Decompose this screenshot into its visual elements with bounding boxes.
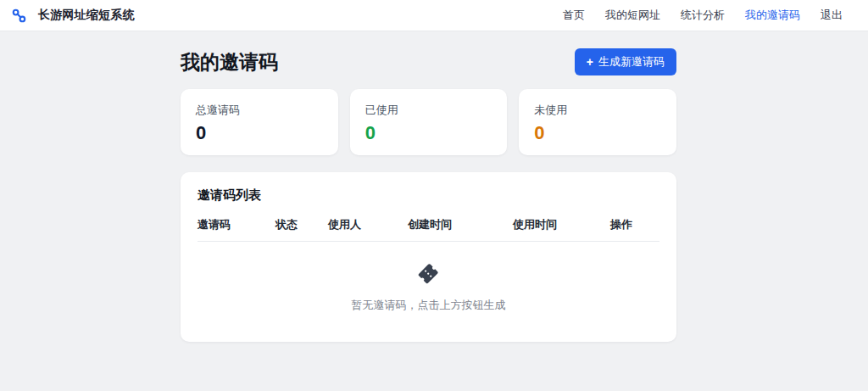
generate-button-label: 生成新邀请码 xyxy=(598,54,665,70)
nav-item-logout[interactable]: 退出 xyxy=(821,8,843,23)
stat-label: 总邀请码 xyxy=(196,103,323,118)
brand-title: 长游网址缩短系统 xyxy=(38,8,135,23)
stat-card-total: 总邀请码 0 xyxy=(181,89,338,155)
invite-code-list-card: 邀请码列表 邀请码 状态 使用人 创建时间 使用时间 操作 暂无邀请码，点击上方… xyxy=(181,172,676,342)
stat-label: 已使用 xyxy=(365,103,492,118)
nav-item-my-invite-codes[interactable]: 我的邀请码 xyxy=(745,8,800,23)
column-header-status: 状态 xyxy=(275,217,328,232)
column-header-user: 使用人 xyxy=(328,217,408,232)
plus-icon: + xyxy=(587,56,593,68)
stat-value: 0 xyxy=(196,122,323,144)
ticket-icon xyxy=(415,260,442,288)
stat-label: 未使用 xyxy=(534,103,661,118)
empty-state-text: 暂无邀请码，点击上方按钮生成 xyxy=(198,298,659,313)
empty-state: 暂无邀请码，点击上方按钮生成 xyxy=(198,242,659,313)
table-header-row: 邀请码 状态 使用人 创建时间 使用时间 操作 xyxy=(198,217,659,242)
page-header: 我的邀请码 + 生成新邀请码 xyxy=(181,48,676,75)
main-content: 我的邀请码 + 生成新邀请码 总邀请码 0 已使用 0 未使用 0 邀请码列表 … xyxy=(181,48,676,342)
nav-item-home[interactable]: 首页 xyxy=(563,8,585,23)
generate-invite-code-button[interactable]: + 生成新邀请码 xyxy=(575,48,676,75)
column-header-used-time: 使用时间 xyxy=(513,217,610,232)
brand[interactable]: 长游网址缩短系统 xyxy=(12,8,135,23)
stat-card-unused: 未使用 0 xyxy=(519,89,676,155)
nav-item-statistics[interactable]: 统计分析 xyxy=(681,8,725,23)
stats-row: 总邀请码 0 已使用 0 未使用 0 xyxy=(181,89,676,155)
page-title: 我的邀请码 xyxy=(181,49,278,75)
list-title: 邀请码列表 xyxy=(198,187,659,204)
nav-item-my-short-urls[interactable]: 我的短网址 xyxy=(605,8,660,23)
column-header-code: 邀请码 xyxy=(198,217,275,232)
top-navbar: 长游网址缩短系统 首页 我的短网址 统计分析 我的邀请码 退出 xyxy=(0,0,868,31)
stat-value: 0 xyxy=(534,122,661,144)
stat-value: 0 xyxy=(365,122,492,144)
nav-links: 首页 我的短网址 统计分析 我的邀请码 退出 xyxy=(563,8,843,23)
column-header-actions: 操作 xyxy=(610,217,659,232)
link-icon xyxy=(12,8,26,23)
column-header-created-time: 创建时间 xyxy=(408,217,513,232)
stat-card-used: 已使用 0 xyxy=(350,89,508,155)
